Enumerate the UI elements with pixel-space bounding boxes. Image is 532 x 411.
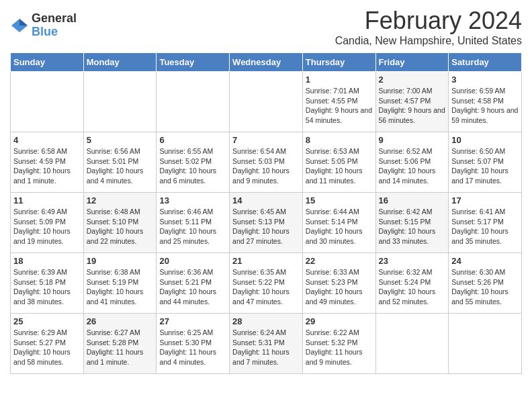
day-cell: 21Sunrise: 6:35 AMSunset: 5:22 PMDayligh… xyxy=(230,253,303,314)
page-header: General Blue February 2024 Candia, New H… xyxy=(10,7,522,47)
day-cell: 20Sunrise: 6:36 AMSunset: 5:21 PMDayligh… xyxy=(157,253,230,314)
day-cell: 16Sunrise: 6:42 AMSunset: 5:15 PMDayligh… xyxy=(375,193,449,253)
day-cell: 18Sunrise: 6:39 AMSunset: 5:18 PMDayligh… xyxy=(11,253,84,314)
location-title: Candia, New Hampshire, United States xyxy=(335,35,522,47)
week-row-1: 1Sunrise: 7:01 AMSunset: 4:55 PMDaylight… xyxy=(11,72,522,132)
day-cell xyxy=(375,314,449,374)
day-info: Sunrise: 6:56 AMSunset: 5:01 PMDaylight:… xyxy=(87,146,154,186)
day-number: 20 xyxy=(159,256,226,266)
day-info: Sunrise: 6:39 AMSunset: 5:18 PMDaylight:… xyxy=(13,267,81,307)
day-cell: 4Sunrise: 6:58 AMSunset: 4:59 PMDaylight… xyxy=(11,132,84,193)
day-info: Sunrise: 7:01 AMSunset: 4:55 PMDaylight:… xyxy=(306,86,373,126)
day-info: Sunrise: 6:49 AMSunset: 5:09 PMDaylight:… xyxy=(13,207,81,246)
day-info: Sunrise: 6:33 AMSunset: 5:23 PMDaylight:… xyxy=(306,267,373,307)
day-number: 7 xyxy=(232,135,300,145)
day-info: Sunrise: 6:42 AMSunset: 5:15 PMDaylight:… xyxy=(379,207,446,246)
title-block: February 2024 Candia, New Hampshire, Uni… xyxy=(335,7,522,47)
day-cell: 13Sunrise: 6:46 AMSunset: 5:11 PMDayligh… xyxy=(157,193,230,253)
day-cell: 2Sunrise: 7:00 AMSunset: 4:57 PMDaylight… xyxy=(375,72,449,132)
day-cell xyxy=(83,72,157,132)
day-info: Sunrise: 6:30 AMSunset: 5:26 PMDaylight:… xyxy=(451,267,519,307)
day-cell: 12Sunrise: 6:48 AMSunset: 5:10 PMDayligh… xyxy=(83,193,157,253)
day-number: 9 xyxy=(379,135,446,145)
day-number: 27 xyxy=(159,316,226,326)
day-cell: 7Sunrise: 6:54 AMSunset: 5:03 PMDaylight… xyxy=(230,132,303,193)
day-cell xyxy=(157,72,230,132)
day-number: 5 xyxy=(87,135,154,145)
svg-marker-1 xyxy=(19,19,28,26)
day-number: 11 xyxy=(13,195,81,205)
week-row-2: 4Sunrise: 6:58 AMSunset: 4:59 PMDaylight… xyxy=(11,132,522,193)
day-number: 13 xyxy=(159,195,226,205)
day-info: Sunrise: 6:22 AMSunset: 5:32 PMDaylight:… xyxy=(306,328,373,367)
month-title: February 2024 xyxy=(335,7,522,35)
day-info: Sunrise: 6:52 AMSunset: 5:06 PMDaylight:… xyxy=(379,146,446,186)
day-info: Sunrise: 6:45 AMSunset: 5:13 PMDaylight:… xyxy=(232,207,300,246)
day-number: 21 xyxy=(232,256,300,266)
day-cell: 25Sunrise: 6:29 AMSunset: 5:27 PMDayligh… xyxy=(11,314,84,374)
day-cell: 29Sunrise: 6:22 AMSunset: 5:32 PMDayligh… xyxy=(302,314,375,374)
day-info: Sunrise: 6:44 AMSunset: 5:14 PMDaylight:… xyxy=(306,207,373,246)
day-info: Sunrise: 6:29 AMSunset: 5:27 PMDaylight:… xyxy=(13,328,81,367)
day-number: 28 xyxy=(232,316,300,326)
day-info: Sunrise: 6:53 AMSunset: 5:05 PMDaylight:… xyxy=(306,146,373,186)
day-cell: 23Sunrise: 6:32 AMSunset: 5:24 PMDayligh… xyxy=(375,253,449,314)
day-cell: 9Sunrise: 6:52 AMSunset: 5:06 PMDaylight… xyxy=(375,132,449,193)
week-row-5: 25Sunrise: 6:29 AMSunset: 5:27 PMDayligh… xyxy=(11,314,522,374)
day-info: Sunrise: 6:59 AMSunset: 4:58 PMDaylight:… xyxy=(451,86,519,126)
day-info: Sunrise: 6:46 AMSunset: 5:11 PMDaylight:… xyxy=(159,207,226,246)
day-cell: 8Sunrise: 6:53 AMSunset: 5:05 PMDaylight… xyxy=(302,132,375,193)
day-cell: 1Sunrise: 7:01 AMSunset: 4:55 PMDaylight… xyxy=(302,72,375,132)
calendar-table: SundayMondayTuesdayWednesdayThursdayFrid… xyxy=(10,52,522,374)
header-sunday: Sunday xyxy=(11,53,84,72)
day-number: 8 xyxy=(306,135,373,145)
day-info: Sunrise: 6:50 AMSunset: 5:07 PMDaylight:… xyxy=(451,146,519,186)
day-info: Sunrise: 6:55 AMSunset: 5:02 PMDaylight:… xyxy=(159,146,226,186)
day-info: Sunrise: 6:36 AMSunset: 5:21 PMDaylight:… xyxy=(159,267,226,307)
header-saturday: Saturday xyxy=(449,53,522,72)
day-number: 12 xyxy=(87,195,154,205)
day-cell: 27Sunrise: 6:25 AMSunset: 5:30 PMDayligh… xyxy=(157,314,230,374)
day-number: 24 xyxy=(451,256,519,266)
day-info: Sunrise: 6:32 AMSunset: 5:24 PMDaylight:… xyxy=(379,267,446,307)
day-number: 4 xyxy=(13,135,81,145)
day-cell: 10Sunrise: 6:50 AMSunset: 5:07 PMDayligh… xyxy=(449,132,522,193)
day-number: 1 xyxy=(306,75,373,85)
day-number: 3 xyxy=(451,75,519,85)
day-cell xyxy=(11,72,84,132)
week-row-3: 11Sunrise: 6:49 AMSunset: 5:09 PMDayligh… xyxy=(11,193,522,253)
day-cell: 3Sunrise: 6:59 AMSunset: 4:58 PMDaylight… xyxy=(449,72,522,132)
header-tuesday: Tuesday xyxy=(157,53,230,72)
day-cell: 22Sunrise: 6:33 AMSunset: 5:23 PMDayligh… xyxy=(302,253,375,314)
day-cell xyxy=(230,72,303,132)
logo-icon xyxy=(10,16,29,35)
day-number: 15 xyxy=(306,195,373,205)
day-number: 18 xyxy=(13,256,81,266)
day-cell: 26Sunrise: 6:27 AMSunset: 5:28 PMDayligh… xyxy=(83,314,157,374)
day-info: Sunrise: 6:48 AMSunset: 5:10 PMDaylight:… xyxy=(87,207,154,246)
day-cell: 17Sunrise: 6:41 AMSunset: 5:17 PMDayligh… xyxy=(449,193,522,253)
day-number: 26 xyxy=(87,316,154,326)
logo: General Blue xyxy=(10,12,77,39)
logo-general: General xyxy=(32,12,77,26)
day-number: 6 xyxy=(159,135,226,145)
day-info: Sunrise: 6:25 AMSunset: 5:30 PMDaylight:… xyxy=(159,328,226,367)
day-info: Sunrise: 7:00 AMSunset: 4:57 PMDaylight:… xyxy=(379,86,446,126)
day-info: Sunrise: 6:24 AMSunset: 5:31 PMDaylight:… xyxy=(232,328,300,367)
day-cell: 24Sunrise: 6:30 AMSunset: 5:26 PMDayligh… xyxy=(449,253,522,314)
header-row: SundayMondayTuesdayWednesdayThursdayFrid… xyxy=(11,53,522,72)
day-cell: 28Sunrise: 6:24 AMSunset: 5:31 PMDayligh… xyxy=(230,314,303,374)
day-number: 29 xyxy=(306,316,373,326)
day-info: Sunrise: 6:27 AMSunset: 5:28 PMDaylight:… xyxy=(87,328,154,367)
day-cell: 5Sunrise: 6:56 AMSunset: 5:01 PMDaylight… xyxy=(83,132,157,193)
day-number: 17 xyxy=(451,195,519,205)
header-monday: Monday xyxy=(83,53,157,72)
day-cell: 14Sunrise: 6:45 AMSunset: 5:13 PMDayligh… xyxy=(230,193,303,253)
header-wednesday: Wednesday xyxy=(230,53,303,72)
day-cell: 11Sunrise: 6:49 AMSunset: 5:09 PMDayligh… xyxy=(11,193,84,253)
day-info: Sunrise: 6:58 AMSunset: 4:59 PMDaylight:… xyxy=(13,146,81,186)
day-cell: 15Sunrise: 6:44 AMSunset: 5:14 PMDayligh… xyxy=(302,193,375,253)
day-info: Sunrise: 6:38 AMSunset: 5:19 PMDaylight:… xyxy=(87,267,154,307)
day-info: Sunrise: 6:54 AMSunset: 5:03 PMDaylight:… xyxy=(232,146,300,186)
day-info: Sunrise: 6:41 AMSunset: 5:17 PMDaylight:… xyxy=(451,207,519,246)
